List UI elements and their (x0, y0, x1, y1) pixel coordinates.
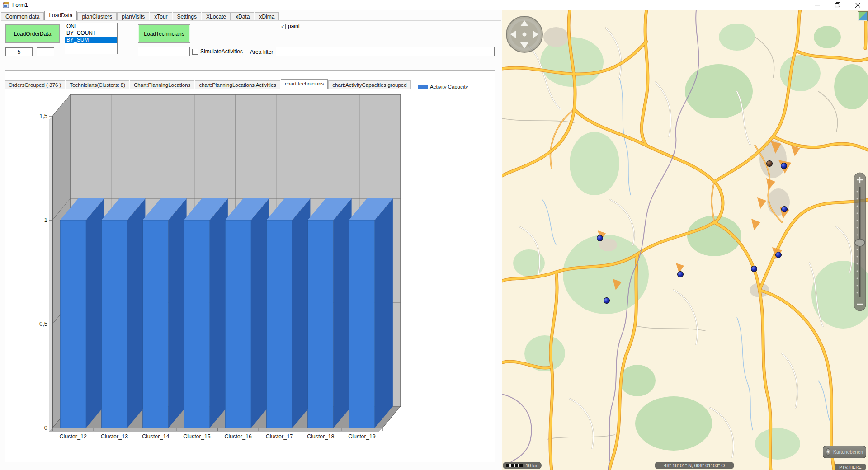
bar-Cluster_15 (184, 220, 210, 428)
bar-Cluster_17 (266, 220, 292, 428)
secondary-input[interactable] (37, 47, 54, 56)
simulate-activities-label: SimulateActivities (200, 48, 243, 55)
subtab-chart-activitycapacities-grouped[interactable]: chart:ActivityCapacities grouped (328, 80, 410, 89)
tab-loaddata[interactable]: LoadData (44, 11, 77, 20)
area-filter-input[interactable] (276, 47, 495, 56)
scale-bar (506, 464, 523, 467)
simulate-activities-checkbox[interactable]: SimulateActivities (192, 48, 243, 55)
order-count-input[interactable] (5, 47, 33, 56)
tab-settings[interactable]: Settings (173, 12, 201, 20)
bar-Cluster_18 (308, 220, 334, 428)
map-zoom-slider[interactable] (853, 172, 867, 312)
bar-Cluster_13 (101, 220, 127, 428)
title-bar: Form1 (0, 0, 868, 10)
technician-marker-3[interactable] (678, 272, 684, 277)
subtab-chart-technicians[interactable]: chart.technicians (281, 79, 328, 89)
simulate-activities-checkbox-box[interactable] (192, 49, 198, 55)
window-title: Form1 (12, 2, 28, 8)
zoom-slider-thumb[interactable] (855, 239, 865, 246)
bar-Cluster_14 (143, 220, 169, 428)
listbox-item-one[interactable]: ONE (65, 23, 117, 30)
technician-marker-1[interactable] (597, 235, 603, 241)
legend-label: Activity Capacity (430, 84, 468, 89)
tab-xdima[interactable]: xDima (255, 12, 279, 20)
pan-center-dot[interactable] (523, 33, 527, 37)
restore-button[interactable] (827, 0, 848, 10)
loaddata-tab-page: LoadOrderData ONEBY_COUNTBY_SUM LoadTech… (1, 20, 501, 468)
tab-xtour[interactable]: xTour (150, 12, 172, 20)
tab-planclusters[interactable]: planClusters (77, 12, 117, 20)
y-tick-label: 1 (44, 216, 47, 223)
map-attribution: PTV, HERE (835, 464, 866, 470)
listbox-item-by_sum[interactable]: BY_SUM (65, 37, 117, 43)
chart-panel: 00,511,5Cluster_12Cluster_13Cluster_14Cl… (5, 70, 495, 462)
load-technicians-button[interactable]: LoadTechnicians (138, 24, 190, 43)
chart-legend: Activity Capacity (418, 84, 468, 89)
scale-label: 10 km (526, 463, 539, 468)
y-tick-label: 1,5 (39, 113, 47, 119)
technician-marker-7[interactable] (781, 163, 787, 169)
map-scale-widget: 10 km (503, 462, 542, 469)
area-filter-label: Area filter (250, 49, 273, 55)
chevron-down-icon[interactable]: ▼ (826, 448, 830, 456)
mode-listbox[interactable]: ONEBY_COUNTBY_SUM (65, 23, 118, 54)
sub-tab-strip: OrdersGrouped ( 376 )Technicians(Cluster… (5, 79, 411, 89)
subtab-chart-planninglocations[interactable]: Chart:PlanningLocations (130, 80, 194, 89)
x-category-label: Cluster_19 (348, 433, 375, 440)
technician-marker-5[interactable] (776, 252, 782, 258)
technician-marker-4[interactable] (751, 266, 757, 272)
x-category-label: Cluster_18 (307, 433, 334, 440)
y-tick-label: 0 (44, 424, 47, 431)
technician-marker-2[interactable] (604, 298, 610, 304)
map-view[interactable]: 10 km 48° 18' 01" N, 006° 01' 03" O PTV,… (502, 10, 868, 470)
map-overview-icon[interactable] (858, 11, 868, 21)
application-window: Form1 Common dataLoadDataplanClusterspla… (0, 0, 868, 470)
tab-planvisits[interactable]: planVisits (117, 12, 149, 20)
app-icon (3, 2, 9, 9)
activity-capacity-chart: 00,511,5Cluster_12Cluster_13Cluster_14Cl… (5, 70, 496, 462)
technicians-input[interactable] (138, 47, 190, 56)
x-category-label: Cluster_17 (266, 433, 293, 440)
close-button[interactable] (848, 0, 868, 10)
bar-Cluster_16 (225, 220, 251, 428)
paint-checkbox[interactable]: ✓ paint (280, 23, 300, 29)
map-pan-control[interactable] (502, 10, 549, 59)
tab-common-data[interactable]: Common data (1, 12, 44, 20)
load-order-data-button[interactable]: LoadOrderData (5, 24, 60, 43)
x-category-label: Cluster_14 (142, 433, 169, 440)
map-layers-button[interactable]: ▼ Kartenebenen (823, 446, 866, 458)
paint-checkbox-box[interactable]: ✓ (280, 24, 286, 29)
layers-button-label: Kartenebenen (833, 449, 863, 455)
map-canvas[interactable] (502, 10, 868, 470)
x-category-label: Cluster_15 (183, 433, 210, 440)
y-tick-label: 0,5 (39, 320, 47, 327)
tab-xlocate[interactable]: XLocate (202, 12, 231, 20)
technician-marker-8[interactable] (767, 161, 773, 167)
main-tab-strip: Common dataLoadDataplanClustersplanVisit… (1, 11, 279, 20)
subtab-chart-planninglocations-activities[interactable]: chart:PlanningLocations Activities (195, 80, 280, 89)
map-terrain (513, 24, 868, 460)
tab-xdata[interactable]: xData (231, 12, 254, 20)
paint-label: paint (288, 23, 300, 29)
map-coordinates: 48° 18' 01" N, 006° 01' 03" O (655, 462, 734, 469)
x-category-label: Cluster_12 (59, 433, 86, 440)
bar-Cluster_12 (60, 220, 86, 428)
subtab-technicians-clusters-8[interactable]: Technicians(Clusters: 8) (66, 80, 129, 89)
x-category-label: Cluster_13 (101, 433, 128, 440)
x-category-label: Cluster_16 (224, 433, 251, 440)
bar-Cluster_19 (349, 220, 375, 428)
listbox-item-by_count[interactable]: BY_COUNT (65, 30, 117, 37)
technician-marker-6[interactable] (782, 207, 788, 212)
subtab-ordersgrouped-376[interactable]: OrdersGrouped ( 376 ) (5, 80, 65, 89)
minimize-button[interactable] (807, 0, 827, 10)
legend-swatch (418, 85, 428, 89)
